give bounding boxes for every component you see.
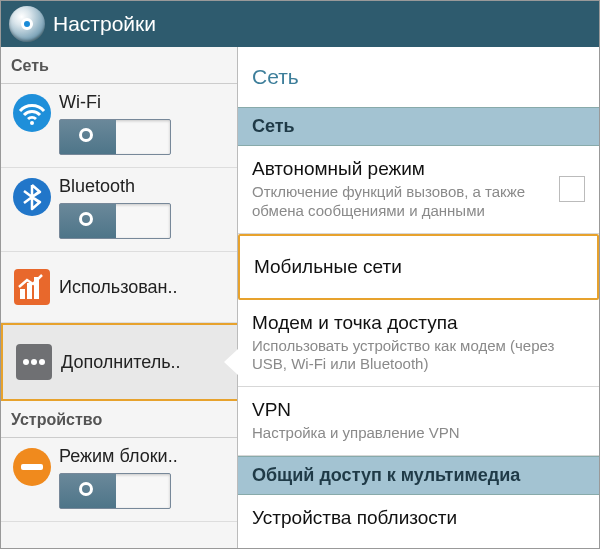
sidebar-item-label: Использован.. bbox=[59, 277, 178, 298]
sidebar-section-device: Устройство bbox=[1, 401, 237, 438]
content-pane: Сеть Сеть Автономный режим Отключение фу… bbox=[238, 47, 599, 548]
item-title: Модем и точка доступа bbox=[252, 312, 585, 334]
svg-point-8 bbox=[23, 359, 29, 365]
app-header: Настройки bbox=[1, 1, 599, 47]
item-title: VPN bbox=[252, 399, 585, 421]
more-icon bbox=[13, 341, 55, 383]
svg-point-9 bbox=[31, 359, 37, 365]
airplane-checkbox[interactable] bbox=[559, 176, 585, 202]
content-item-tethering[interactable]: Модем и точка доступа Использовать устро… bbox=[238, 300, 599, 388]
item-title: Мобильные сети bbox=[254, 256, 583, 278]
item-subtitle: Настройка и управление VPN bbox=[252, 424, 585, 443]
app-title: Настройки bbox=[53, 12, 156, 36]
sidebar-item-wifi[interactable]: Wi-Fi bbox=[1, 84, 237, 168]
content-section-media: Общий доступ к мультимедиа bbox=[238, 456, 599, 495]
item-subtitle: Отключение функций вызовов, а также обме… bbox=[252, 183, 549, 221]
svg-rect-5 bbox=[27, 283, 32, 299]
content-item-nearby[interactable]: Устройства поблизости bbox=[238, 495, 599, 541]
sidebar-item-label: Дополнитель.. bbox=[61, 352, 181, 373]
content-title: Сеть bbox=[238, 47, 599, 107]
sidebar-item-label: Wi-Fi bbox=[59, 92, 101, 113]
blocking-toggle[interactable] bbox=[59, 467, 171, 509]
sidebar-item-bluetooth[interactable]: Bluetooth bbox=[1, 168, 237, 252]
chart-icon bbox=[11, 266, 53, 308]
content-item-vpn[interactable]: VPN Настройка и управление VPN bbox=[238, 387, 599, 456]
sidebar-section-network: Сеть bbox=[1, 47, 237, 84]
item-title: Устройства поблизости bbox=[252, 507, 585, 529]
content-item-airplane[interactable]: Автономный режим Отключение функций вызо… bbox=[238, 146, 599, 234]
svg-point-1 bbox=[30, 121, 34, 125]
sidebar-item-blocking-mode[interactable]: Режим блоки.. bbox=[1, 438, 237, 522]
wifi-toggle[interactable] bbox=[59, 113, 171, 155]
svg-rect-4 bbox=[20, 289, 25, 299]
item-title: Автономный режим bbox=[252, 158, 549, 180]
sidebar-item-data-usage[interactable]: Использован.. bbox=[1, 252, 237, 323]
bluetooth-icon bbox=[11, 176, 53, 218]
svg-point-10 bbox=[39, 359, 45, 365]
svg-rect-12 bbox=[21, 464, 43, 470]
sidebar-item-label: Режим блоки.. bbox=[59, 446, 178, 467]
wifi-icon bbox=[11, 92, 53, 134]
bluetooth-toggle[interactable] bbox=[59, 197, 171, 239]
sidebar-item-label: Bluetooth bbox=[59, 176, 135, 197]
sidebar: Сеть Wi-Fi bbox=[1, 47, 238, 548]
content-item-mobile-networks[interactable]: Мобильные сети bbox=[238, 234, 599, 300]
item-subtitle: Использовать устройство как модем (через… bbox=[252, 337, 585, 375]
content-section-network: Сеть bbox=[238, 107, 599, 146]
blocking-icon bbox=[11, 446, 53, 488]
sidebar-item-more[interactable]: Дополнитель.. bbox=[1, 323, 237, 401]
settings-icon bbox=[9, 6, 45, 42]
